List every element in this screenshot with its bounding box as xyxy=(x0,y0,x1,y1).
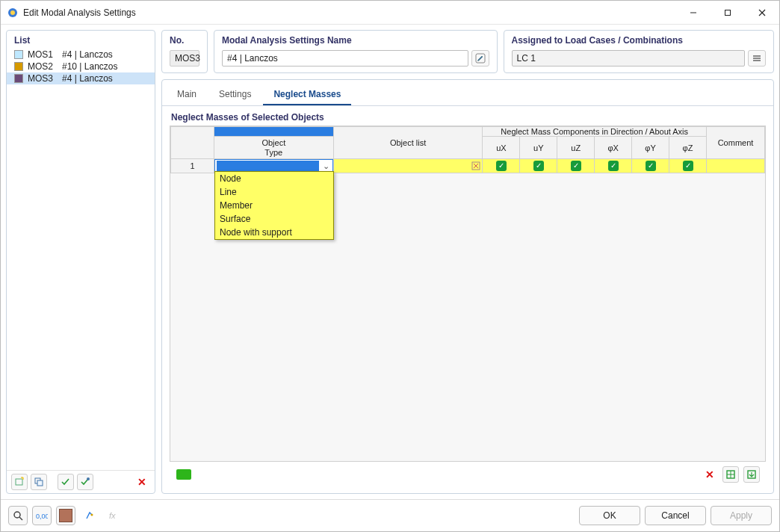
object-type-dropdown[interactable]: Node Line Member Surface Node with suppo… xyxy=(214,171,334,240)
col-object-list[interactable]: Object list xyxy=(333,127,483,159)
dropdown-option[interactable]: Node with support xyxy=(215,226,333,239)
col-phix[interactable]: φX xyxy=(595,137,632,159)
section-header: Neglect Masses of Selected Objects xyxy=(171,112,766,123)
list-item-name: #4 | Lanczos xyxy=(62,73,113,84)
col-object-type[interactable]: ObjectType xyxy=(214,137,333,159)
apply-button[interactable]: Apply xyxy=(711,506,772,525)
grid-table: Object list Neglect Mass Components in D… xyxy=(170,126,765,173)
svg-rect-11 xyxy=(753,55,761,57)
assigned-header: Assigned to Load Cases / Combinations xyxy=(512,35,766,46)
check-all-button[interactable] xyxy=(58,474,74,490)
col-phiy-label: φY xyxy=(645,143,655,152)
cancel-button[interactable]: Cancel xyxy=(645,506,706,525)
svg-rect-6 xyxy=(16,479,22,485)
col-object-type-l2: Type xyxy=(264,148,282,157)
units-button[interactable]: 0,00 xyxy=(32,506,52,525)
list-item-id: MOS3 xyxy=(28,73,58,84)
check-selected-button[interactable] xyxy=(77,474,93,490)
grid-active-col-marker xyxy=(214,127,333,137)
cell-uz[interactable]: ✓ xyxy=(557,159,595,173)
cell-phix[interactable]: ✓ xyxy=(595,159,632,173)
check-icon: ✓ xyxy=(496,161,507,171)
col-comment[interactable]: Comment xyxy=(707,127,765,159)
cancel-label: Cancel xyxy=(661,510,689,521)
col-phiz[interactable]: φZ xyxy=(669,137,707,159)
delete-item-button[interactable]: ✕ xyxy=(134,474,150,490)
check-icon: ✓ xyxy=(683,161,693,171)
svg-rect-3 xyxy=(725,10,731,15)
cell-phiz[interactable]: ✓ xyxy=(669,159,707,173)
dialog-footer: 0,00 fx OK Cancel Apply xyxy=(1,499,779,531)
object-list-cell[interactable] xyxy=(333,159,483,173)
list-item-name: #10 | Lanczos xyxy=(62,61,118,72)
svg-line-20 xyxy=(19,517,22,520)
dropdown-option[interactable]: Node xyxy=(215,172,333,185)
cell-uy[interactable]: ✓ xyxy=(520,159,557,173)
name-input[interactable]: #4 | Lanczos xyxy=(222,50,468,66)
svg-rect-8 xyxy=(37,480,43,486)
assigned-details-button[interactable] xyxy=(748,50,766,66)
col-phiy[interactable]: φY xyxy=(632,137,669,159)
top-info-row: No. MOS3 Modal Analysis Settings Name #4… xyxy=(161,30,774,73)
svg-point-22 xyxy=(91,514,93,516)
delete-icon: ✕ xyxy=(137,476,146,488)
tab-body: Neglect Masses of Selected Objects Objec… xyxy=(162,105,773,493)
status-icon xyxy=(176,469,191,480)
grid-export-button[interactable] xyxy=(722,466,739,483)
tab-neglect-masses[interactable]: Neglect Masses xyxy=(263,84,351,105)
tab-main[interactable]: Main xyxy=(167,84,207,105)
grid-import-button[interactable] xyxy=(743,466,760,483)
apply-label: Apply xyxy=(730,510,752,521)
color-button[interactable] xyxy=(56,506,75,525)
help-button[interactable] xyxy=(8,506,28,525)
assigned-card: Assigned to Load Cases / Combinations LC… xyxy=(504,30,774,73)
delete-icon: ✕ xyxy=(705,468,714,480)
check-icon: ✓ xyxy=(533,161,544,171)
combo-selection-highlight xyxy=(217,161,319,171)
close-button[interactable] xyxy=(745,1,779,25)
svg-point-19 xyxy=(14,512,20,518)
check-icon: ✓ xyxy=(608,161,619,171)
copy-item-button[interactable] xyxy=(31,474,47,490)
col-uz-label: uZ xyxy=(571,143,581,152)
col-uz[interactable]: uZ xyxy=(557,137,595,159)
tool-b-button[interactable]: fx xyxy=(104,506,123,525)
col-ux[interactable]: uX xyxy=(483,137,520,159)
tab-settings[interactable]: Settings xyxy=(208,84,261,105)
dropdown-option[interactable]: Surface xyxy=(215,212,333,226)
chevron-down-icon[interactable]: ⌄ xyxy=(321,161,332,171)
list-item[interactable]: MOS1 #4 | Lanczos xyxy=(7,49,155,61)
name-header: Modal Analysis Settings Name xyxy=(222,35,489,46)
list-item[interactable]: MOS3 #4 | Lanczos xyxy=(7,72,155,84)
grid-status-button[interactable] xyxy=(176,466,192,483)
check-icon: ✓ xyxy=(646,161,656,171)
grid-delete-button[interactable]: ✕ xyxy=(702,466,718,483)
app-icon xyxy=(7,7,19,19)
rename-button[interactable] xyxy=(471,50,489,66)
cell-phiy[interactable]: ✓ xyxy=(632,159,669,173)
cell-ux[interactable]: ✓ xyxy=(483,159,520,173)
assigned-value: LC 1 xyxy=(512,50,745,66)
ok-label: OK xyxy=(603,510,616,521)
color-swatch xyxy=(14,50,23,59)
svg-rect-13 xyxy=(753,60,761,61)
col-ux-label: uX xyxy=(496,143,506,152)
cell-comment[interactable] xyxy=(707,159,765,173)
ok-button[interactable]: OK xyxy=(579,506,640,525)
tool-a-button[interactable] xyxy=(80,506,99,525)
dropdown-option[interactable]: Line xyxy=(215,185,333,199)
dialog-body: List MOS1 #4 | Lanczos MOS2 #10 | Lanczo… xyxy=(1,25,779,499)
col-comment-label: Comment xyxy=(718,138,754,147)
list-item-id: MOS2 xyxy=(28,61,58,72)
col-neglect-span: Neglect Mass Components in Direction / A… xyxy=(483,127,707,137)
list-item[interactable]: MOS2 #10 | Lanczos xyxy=(7,61,155,72)
object-list-picker-button[interactable] xyxy=(470,161,482,170)
new-item-button[interactable] xyxy=(11,474,28,490)
list-panel: List MOS1 #4 | Lanczos MOS2 #10 | Lanczo… xyxy=(6,30,155,494)
no-header: No. xyxy=(170,35,199,46)
maximize-button[interactable] xyxy=(711,1,745,25)
dropdown-option[interactable]: Member xyxy=(215,199,333,212)
minimize-button[interactable] xyxy=(676,1,711,25)
row-number[interactable]: 1 xyxy=(171,159,214,173)
col-uy[interactable]: uY xyxy=(520,137,557,159)
